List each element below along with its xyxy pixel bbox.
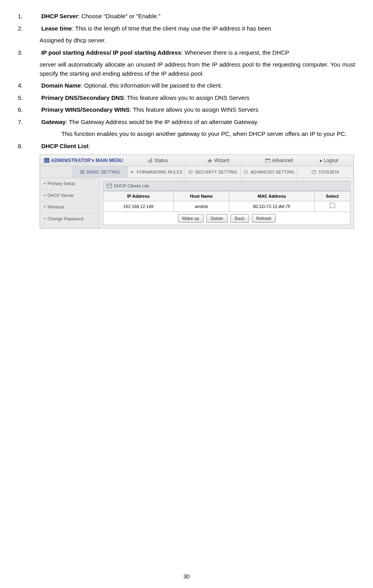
label-rest: : Choose "Disable" or "Enable." [78,13,160,19]
refresh-button[interactable]: Refresh [252,214,276,223]
window-icon [44,158,49,163]
item-2-continuation: Assigned by dhcp server. [40,36,355,45]
item-text: DHCP Client List: [41,143,90,149]
body-area: Primary Setup DHCP Server Wireless Chang… [40,178,354,228]
status-icon [147,158,153,163]
menu-wizard[interactable]: Wizard [188,157,248,164]
submenu-basic[interactable]: BASIC SETTING [72,166,128,178]
submenu-forwarding[interactable]: FORWARDING RULES [128,166,184,178]
submenu-advanced-label: ADVANCED SETTING [250,169,294,176]
list-item-3: 3. IP pool starting Address/ IP pool sta… [18,48,355,57]
panel-title-text: DHCP Clients List [114,183,149,189]
svg-point-12 [244,170,247,174]
advanced-setting-icon [243,170,249,174]
logout-arrow-icon: ▸ [320,157,322,164]
sidebar-item-change-password[interactable]: Change Password [40,213,99,225]
list-item-5: 5. Primary DNS/Secondary DNS: This featu… [18,94,355,103]
label-bold: DHCP Client List [41,143,88,149]
list-item-6: 6. Primary WINS/Secondary WINS: This fea… [18,105,355,115]
item-number: 8. [18,142,40,151]
list-icon [107,183,112,188]
toolbox-icon [311,170,317,174]
menu-status[interactable]: Status [127,157,188,164]
label-bold: Gateway [41,118,66,125]
svg-rect-7 [265,159,270,160]
submenu-forwarding-label: FORWARDING RULES [137,169,183,176]
item-3-continuation: server will automatically allocate an un… [40,60,355,78]
sidebar-label: Change Password [48,216,83,222]
list-item-7: 7. Gateway: The Gateway Address would be… [18,118,355,127]
security-icon [188,170,193,174]
label-bold: DHCP Server [41,13,78,19]
sidebar-label: Wireless [48,204,64,210]
menu-advanced-label: Advanced [272,157,293,164]
submenu-spacer [40,166,72,178]
list-item-4: 4. Domain Name: Optional, this informati… [18,81,355,90]
menu-wizard-label: Wizard [214,157,229,164]
forwarding-icon [129,170,135,174]
item-text: Primary DNS/Secondary DNS: This feature … [41,94,249,101]
label-rest: : This is the length of time that the cl… [72,25,271,32]
submenu-security[interactable]: SECURITY SETTING [185,166,241,178]
item-number: 1. [18,12,40,21]
panel-title: DHCP Clients List [103,181,350,191]
label-rest: : The Gateway Address would be the IP ad… [66,118,259,125]
svg-point-11 [190,172,191,173]
sidebar-item-wireless[interactable]: Wireless [40,201,99,213]
submenu-advanced[interactable]: ADVANCED SETTING [241,166,297,178]
delete-button[interactable]: Delete [206,214,228,223]
label-bold: Primary DNS/Secondary DNS [41,94,124,101]
svg-rect-14 [107,184,112,188]
th-ip: IP Address [103,191,174,201]
menu-advanced[interactable]: Advanced [249,157,309,164]
admin-title-text: ADMINISTRATOR's MAIN MENU [51,157,123,164]
label-bold: IP pool starting Address/ IP pool starti… [41,49,181,56]
cell-host: amitnb [173,201,229,212]
svg-rect-2 [148,160,149,162]
sidebar-label: DHCP Server [48,192,74,199]
menu-status-label: Status [154,157,168,164]
cell-mac: 00-1D-72-12-A8-7F [229,201,315,212]
label-bold: Domain Name [41,82,81,89]
item-number: 5. [18,94,40,103]
svg-rect-13 [312,171,316,174]
basic-setting-icon [80,170,85,174]
wake-up-button[interactable]: Wake up [178,214,204,223]
back-button[interactable]: Back [230,214,249,223]
list-item-8: 8. DHCP Client List: [18,142,355,151]
submenu-toolbox[interactable]: TOOLBOX [297,166,354,178]
submenu-security-label: SECURITY SETTING [195,169,237,176]
list-item-2: 2. Lease time: This is the length of tim… [18,24,355,33]
th-select: Select [314,191,350,201]
sidebar-item-primary-setup[interactable]: Primary Setup [40,178,99,190]
item-number: 2. [18,24,40,33]
svg-point-9 [82,171,83,173]
item-7-sub: This function enables you to assign anot… [61,130,355,139]
label-bold: Lease time [41,25,72,32]
label-rest: : Whenever there is a request, the DHCP [181,49,289,56]
menu-logout[interactable]: ▸ Logout [309,157,354,164]
menu-logout-label: Logout [324,157,339,164]
label-rest: : [88,143,90,149]
clients-table: IP Address Host Name MAC Address Select … [103,191,350,212]
item-text: DHCP Server: Choose "Disable" or "Enable… [41,13,160,19]
svg-rect-4 [151,158,152,162]
list-item-1: 1. DHCP Server: Choose "Disable" or "Ena… [18,12,355,21]
item-text: Primary WINS/Secondary WINS: This featur… [41,106,258,113]
advanced-icon [265,158,270,163]
label-rest: : Optional, this information will be pas… [81,82,223,89]
item-number: 4. [18,81,40,90]
select-checkbox[interactable] [330,203,335,208]
label-rest: : This feature allows you to assign DNS … [124,94,249,101]
top-menu: ADMINISTRATOR's MAIN MENU Status Wizard … [40,155,354,166]
th-host: Host Name [173,191,229,201]
wizard-icon [207,158,213,163]
svg-rect-1 [44,158,49,159]
label-rest: : This feature allows you to assign WINS… [130,106,259,113]
sidebar: Primary Setup DHCP Server Wireless Chang… [40,178,100,228]
svg-rect-3 [150,159,150,162]
button-row: Wake up Delete Back Refresh [103,212,350,225]
sidebar-item-dhcp-server[interactable]: DHCP Server [40,190,99,202]
item-text: Gateway: The Gateway Address would be th… [41,118,259,125]
item-text: Domain Name: Optional, this information … [41,82,223,89]
